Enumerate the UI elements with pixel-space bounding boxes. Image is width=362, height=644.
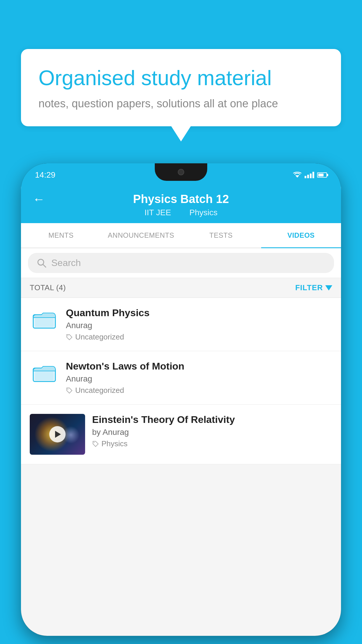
tag-icon — [66, 387, 73, 394]
phone-screen: ← Physics Batch 12 IIT JEE Physics MENTS… — [21, 187, 341, 636]
tag-icon — [92, 440, 99, 447]
back-button[interactable]: ← — [33, 192, 45, 206]
phone-frame: 14:29 — [21, 163, 341, 636]
folder-thumbnail — [30, 360, 59, 383]
phone-container: 14:29 — [21, 163, 341, 644]
total-count: TOTAL (4) — [30, 283, 66, 292]
svg-marker-0 — [295, 175, 299, 178]
video-item-info: Quantum Physics Anurag Uncategorized — [66, 307, 332, 342]
tag-icon — [66, 334, 73, 341]
subtitle-part2: Physics — [189, 208, 217, 217]
tab-videos[interactable]: VIDEOS — [261, 223, 341, 248]
list-item[interactable]: Einstein's Theory Of Relativity by Anura… — [21, 405, 341, 464]
search-bar-container: Search — [21, 248, 341, 278]
video-item-info: Einstein's Theory Of Relativity by Anura… — [92, 414, 332, 448]
subtitle-part1: IIT JEE — [145, 208, 171, 217]
folder-thumbnail — [30, 307, 59, 329]
video-title: Einstein's Theory Of Relativity — [92, 414, 332, 425]
video-title: Newton's Laws of Motion — [66, 360, 332, 372]
app-header: ← Physics Batch 12 IIT JEE Physics — [21, 187, 341, 223]
svg-point-5 — [68, 335, 68, 336]
signal-icon — [305, 172, 314, 178]
folder-icon — [33, 363, 56, 383]
page-title: Physics Batch 12 — [133, 192, 229, 206]
tab-ments[interactable]: MENTS — [21, 223, 101, 248]
svg-line-2 — [43, 264, 46, 267]
video-tag: Physics — [92, 439, 332, 448]
tab-announcements[interactable]: ANNOUNCEMENTS — [101, 223, 181, 248]
battery-icon — [317, 172, 327, 178]
filter-row: TOTAL (4) FILTER — [21, 278, 341, 298]
tab-tests[interactable]: TESTS — [181, 223, 261, 248]
filter-button[interactable]: FILTER — [295, 283, 332, 292]
camera — [178, 169, 184, 175]
play-icon — [55, 431, 61, 438]
search-bar[interactable]: Search — [28, 253, 334, 273]
folder-icon — [33, 309, 56, 329]
video-item-info: Newton's Laws of Motion Anurag Uncategor… — [66, 360, 332, 395]
speech-bubble-title: Organised study material — [38, 65, 324, 90]
video-author: Anurag — [66, 321, 332, 330]
svg-point-9 — [94, 442, 95, 443]
svg-rect-4 — [35, 318, 54, 327]
search-icon — [37, 258, 47, 268]
speech-bubble: Organised study material notes, question… — [21, 49, 341, 126]
status-time: 14:29 — [35, 170, 55, 180]
video-title: Quantum Physics — [66, 307, 332, 318]
list-item[interactable]: Newton's Laws of Motion Anurag Uncategor… — [21, 351, 341, 405]
video-author: Anurag — [66, 374, 332, 384]
header-subtitle: IIT JEE Physics — [141, 208, 221, 217]
phone-notch — [155, 163, 207, 181]
video-author: by Anurag — [92, 428, 332, 437]
svg-point-8 — [68, 388, 68, 389]
video-thumbnail — [30, 414, 85, 455]
video-list: Quantum Physics Anurag Uncategorized — [21, 298, 341, 464]
filter-icon — [325, 285, 332, 290]
speech-bubble-subtitle: notes, question papers, solutions all at… — [38, 97, 324, 110]
video-tag: Uncategorized — [66, 332, 332, 342]
list-item[interactable]: Quantum Physics Anurag Uncategorized — [21, 298, 341, 351]
video-tag: Uncategorized — [66, 386, 332, 395]
play-button[interactable] — [49, 426, 66, 442]
search-placeholder: Search — [51, 258, 81, 268]
svg-rect-7 — [35, 372, 54, 380]
tab-bar: MENTS ANNOUNCEMENTS TESTS VIDEOS — [21, 223, 341, 248]
wifi-icon — [293, 172, 302, 178]
status-icons — [293, 172, 327, 178]
